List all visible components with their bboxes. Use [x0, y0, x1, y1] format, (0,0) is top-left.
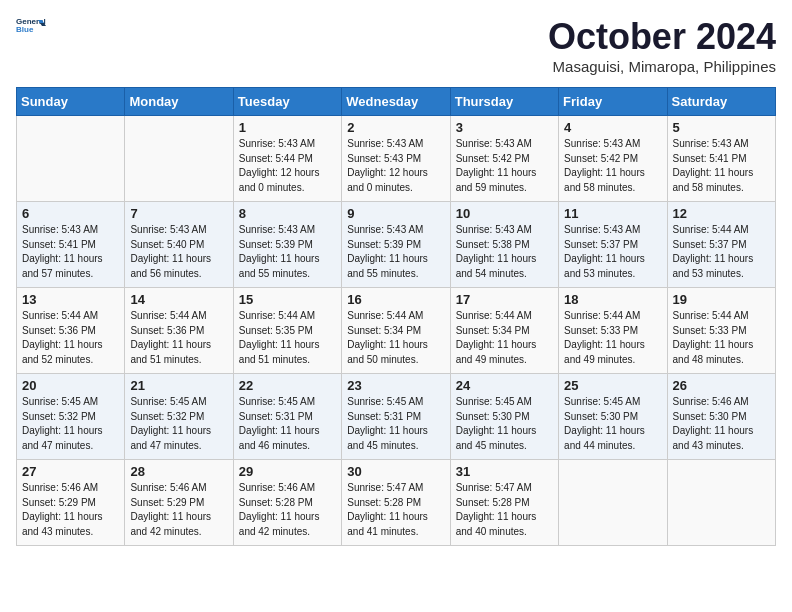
- day-number: 12: [673, 206, 770, 221]
- table-row: 18Sunrise: 5:44 AM Sunset: 5:33 PM Dayli…: [559, 288, 667, 374]
- day-info: Sunrise: 5:43 AM Sunset: 5:42 PM Dayligh…: [564, 137, 661, 195]
- logo: General Blue: [16, 16, 46, 34]
- svg-text:Blue: Blue: [16, 25, 34, 34]
- day-number: 10: [456, 206, 553, 221]
- day-number: 24: [456, 378, 553, 393]
- calendar-week-row: 6Sunrise: 5:43 AM Sunset: 5:41 PM Daylig…: [17, 202, 776, 288]
- day-info: Sunrise: 5:46 AM Sunset: 5:29 PM Dayligh…: [22, 481, 119, 539]
- day-info: Sunrise: 5:44 AM Sunset: 5:37 PM Dayligh…: [673, 223, 770, 281]
- table-row: 13Sunrise: 5:44 AM Sunset: 5:36 PM Dayli…: [17, 288, 125, 374]
- table-row: 1Sunrise: 5:43 AM Sunset: 5:44 PM Daylig…: [233, 116, 341, 202]
- day-number: 3: [456, 120, 553, 135]
- day-number: 21: [130, 378, 227, 393]
- day-info: Sunrise: 5:44 AM Sunset: 5:35 PM Dayligh…: [239, 309, 336, 367]
- table-row: 6Sunrise: 5:43 AM Sunset: 5:41 PM Daylig…: [17, 202, 125, 288]
- table-row: [17, 116, 125, 202]
- day-info: Sunrise: 5:46 AM Sunset: 5:29 PM Dayligh…: [130, 481, 227, 539]
- col-wednesday: Wednesday: [342, 88, 450, 116]
- table-row: 16Sunrise: 5:44 AM Sunset: 5:34 PM Dayli…: [342, 288, 450, 374]
- table-row: 9Sunrise: 5:43 AM Sunset: 5:39 PM Daylig…: [342, 202, 450, 288]
- day-info: Sunrise: 5:45 AM Sunset: 5:30 PM Dayligh…: [564, 395, 661, 453]
- col-sunday: Sunday: [17, 88, 125, 116]
- day-number: 25: [564, 378, 661, 393]
- table-row: 19Sunrise: 5:44 AM Sunset: 5:33 PM Dayli…: [667, 288, 775, 374]
- day-number: 6: [22, 206, 119, 221]
- table-row: 4Sunrise: 5:43 AM Sunset: 5:42 PM Daylig…: [559, 116, 667, 202]
- logo-icon: General Blue: [16, 16, 46, 34]
- day-number: 7: [130, 206, 227, 221]
- table-row: 8Sunrise: 5:43 AM Sunset: 5:39 PM Daylig…: [233, 202, 341, 288]
- table-row: 30Sunrise: 5:47 AM Sunset: 5:28 PM Dayli…: [342, 460, 450, 546]
- day-number: 28: [130, 464, 227, 479]
- day-number: 18: [564, 292, 661, 307]
- day-number: 11: [564, 206, 661, 221]
- day-number: 20: [22, 378, 119, 393]
- table-row: [667, 460, 775, 546]
- day-info: Sunrise: 5:45 AM Sunset: 5:32 PM Dayligh…: [22, 395, 119, 453]
- calendar-week-row: 1Sunrise: 5:43 AM Sunset: 5:44 PM Daylig…: [17, 116, 776, 202]
- day-number: 14: [130, 292, 227, 307]
- day-number: 8: [239, 206, 336, 221]
- table-row: 28Sunrise: 5:46 AM Sunset: 5:29 PM Dayli…: [125, 460, 233, 546]
- calendar-week-row: 20Sunrise: 5:45 AM Sunset: 5:32 PM Dayli…: [17, 374, 776, 460]
- day-info: Sunrise: 5:44 AM Sunset: 5:33 PM Dayligh…: [673, 309, 770, 367]
- day-number: 13: [22, 292, 119, 307]
- day-number: 1: [239, 120, 336, 135]
- day-info: Sunrise: 5:43 AM Sunset: 5:37 PM Dayligh…: [564, 223, 661, 281]
- day-number: 15: [239, 292, 336, 307]
- day-info: Sunrise: 5:43 AM Sunset: 5:39 PM Dayligh…: [239, 223, 336, 281]
- day-info: Sunrise: 5:45 AM Sunset: 5:31 PM Dayligh…: [239, 395, 336, 453]
- table-row: 29Sunrise: 5:46 AM Sunset: 5:28 PM Dayli…: [233, 460, 341, 546]
- day-number: 29: [239, 464, 336, 479]
- day-info: Sunrise: 5:43 AM Sunset: 5:43 PM Dayligh…: [347, 137, 444, 195]
- day-number: 23: [347, 378, 444, 393]
- day-number: 27: [22, 464, 119, 479]
- table-row: [559, 460, 667, 546]
- table-row: 14Sunrise: 5:44 AM Sunset: 5:36 PM Dayli…: [125, 288, 233, 374]
- day-info: Sunrise: 5:44 AM Sunset: 5:33 PM Dayligh…: [564, 309, 661, 367]
- month-title: October 2024: [548, 16, 776, 58]
- day-info: Sunrise: 5:45 AM Sunset: 5:32 PM Dayligh…: [130, 395, 227, 453]
- day-info: Sunrise: 5:43 AM Sunset: 5:41 PM Dayligh…: [22, 223, 119, 281]
- calendar-week-row: 27Sunrise: 5:46 AM Sunset: 5:29 PM Dayli…: [17, 460, 776, 546]
- calendar-table: Sunday Monday Tuesday Wednesday Thursday…: [16, 87, 776, 546]
- day-info: Sunrise: 5:46 AM Sunset: 5:28 PM Dayligh…: [239, 481, 336, 539]
- day-number: 16: [347, 292, 444, 307]
- day-info: Sunrise: 5:43 AM Sunset: 5:41 PM Dayligh…: [673, 137, 770, 195]
- table-row: 20Sunrise: 5:45 AM Sunset: 5:32 PM Dayli…: [17, 374, 125, 460]
- calendar-week-row: 13Sunrise: 5:44 AM Sunset: 5:36 PM Dayli…: [17, 288, 776, 374]
- col-tuesday: Tuesday: [233, 88, 341, 116]
- table-row: 3Sunrise: 5:43 AM Sunset: 5:42 PM Daylig…: [450, 116, 558, 202]
- table-row: 21Sunrise: 5:45 AM Sunset: 5:32 PM Dayli…: [125, 374, 233, 460]
- location-title: Masaguisi, Mimaropa, Philippines: [548, 58, 776, 75]
- table-row: 24Sunrise: 5:45 AM Sunset: 5:30 PM Dayli…: [450, 374, 558, 460]
- day-number: 9: [347, 206, 444, 221]
- table-row: 12Sunrise: 5:44 AM Sunset: 5:37 PM Dayli…: [667, 202, 775, 288]
- table-row: 25Sunrise: 5:45 AM Sunset: 5:30 PM Dayli…: [559, 374, 667, 460]
- day-info: Sunrise: 5:45 AM Sunset: 5:31 PM Dayligh…: [347, 395, 444, 453]
- day-number: 26: [673, 378, 770, 393]
- day-info: Sunrise: 5:43 AM Sunset: 5:39 PM Dayligh…: [347, 223, 444, 281]
- col-saturday: Saturday: [667, 88, 775, 116]
- col-monday: Monday: [125, 88, 233, 116]
- table-row: 17Sunrise: 5:44 AM Sunset: 5:34 PM Dayli…: [450, 288, 558, 374]
- day-info: Sunrise: 5:45 AM Sunset: 5:30 PM Dayligh…: [456, 395, 553, 453]
- day-info: Sunrise: 5:43 AM Sunset: 5:42 PM Dayligh…: [456, 137, 553, 195]
- day-info: Sunrise: 5:46 AM Sunset: 5:30 PM Dayligh…: [673, 395, 770, 453]
- table-row: 26Sunrise: 5:46 AM Sunset: 5:30 PM Dayli…: [667, 374, 775, 460]
- day-info: Sunrise: 5:44 AM Sunset: 5:34 PM Dayligh…: [347, 309, 444, 367]
- col-thursday: Thursday: [450, 88, 558, 116]
- table-row: 15Sunrise: 5:44 AM Sunset: 5:35 PM Dayli…: [233, 288, 341, 374]
- col-friday: Friday: [559, 88, 667, 116]
- table-row: 10Sunrise: 5:43 AM Sunset: 5:38 PM Dayli…: [450, 202, 558, 288]
- day-number: 2: [347, 120, 444, 135]
- table-row: 22Sunrise: 5:45 AM Sunset: 5:31 PM Dayli…: [233, 374, 341, 460]
- day-number: 22: [239, 378, 336, 393]
- day-info: Sunrise: 5:44 AM Sunset: 5:36 PM Dayligh…: [22, 309, 119, 367]
- day-number: 19: [673, 292, 770, 307]
- table-row: 11Sunrise: 5:43 AM Sunset: 5:37 PM Dayli…: [559, 202, 667, 288]
- day-info: Sunrise: 5:43 AM Sunset: 5:44 PM Dayligh…: [239, 137, 336, 195]
- table-row: 31Sunrise: 5:47 AM Sunset: 5:28 PM Dayli…: [450, 460, 558, 546]
- page-header: General Blue October 2024 Masaguisi, Mim…: [16, 16, 776, 75]
- day-number: 17: [456, 292, 553, 307]
